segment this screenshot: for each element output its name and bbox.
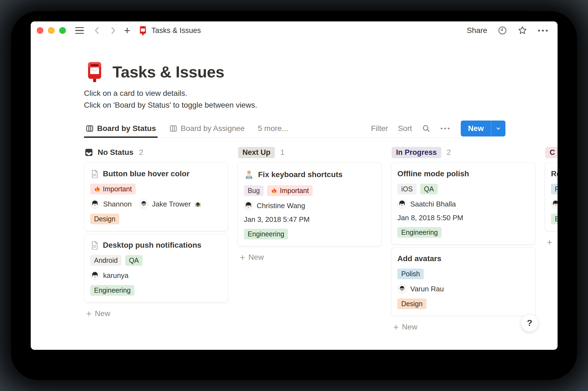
tag-pill[interactable]: Important xyxy=(90,184,136,194)
plus-icon: + xyxy=(240,253,245,262)
view-tabs: Board by Status Board by Assignee 5 more… xyxy=(84,119,300,138)
sort-button[interactable]: Sort xyxy=(398,124,412,133)
tag-pill[interactable]: Design xyxy=(397,298,426,309)
tag-label: Engineering xyxy=(248,230,284,238)
new-card-button[interactable]: +New xyxy=(391,321,535,333)
people-row: Varun Rau xyxy=(397,284,529,294)
fire-icon xyxy=(271,188,277,194)
sidebar-toggle-icon[interactable] xyxy=(75,27,84,34)
tag-pill[interactable]: iOS xyxy=(397,184,417,194)
traffic-lights xyxy=(37,27,66,34)
avatar-m-icon xyxy=(397,284,407,294)
people-row: karunya xyxy=(90,271,222,280)
person[interactable]: karunya xyxy=(90,271,129,280)
search-icon[interactable] xyxy=(422,124,431,133)
person[interactable]: Jake Trower xyxy=(139,199,201,209)
column-header[interactable]: No Status2 xyxy=(84,146,228,159)
person-name: Christine Wang xyxy=(257,202,305,210)
people-row: ShannonJake Trower xyxy=(90,199,222,209)
person-name: Shannon xyxy=(103,200,132,208)
fire-icon xyxy=(94,186,100,192)
tab-board-by-status[interactable]: Board by Status xyxy=(84,119,158,138)
nav-back-button[interactable] xyxy=(93,26,100,35)
person[interactable]: Christine Wang xyxy=(244,201,305,210)
breadcrumb[interactable]: Tasks & Issues xyxy=(138,26,201,35)
card[interactable]: Fix keyboard shortcutsBugImportantChrist… xyxy=(238,163,382,246)
page-header: Tasks & Issues xyxy=(84,61,558,82)
view-toolbar: Filter Sort ••• New xyxy=(371,121,505,136)
card[interactable]: Button blue hover colorImportantShannonJ… xyxy=(84,163,228,231)
plus-icon: + xyxy=(393,322,399,332)
column-header[interactable]: Next Up1 xyxy=(238,146,382,159)
column-count: 1 xyxy=(280,148,285,157)
person[interactable]: Shannon xyxy=(90,199,132,209)
zoom-window-button[interactable] xyxy=(59,27,66,34)
star-icon[interactable] xyxy=(518,26,527,35)
tag-pill[interactable]: Design xyxy=(90,214,119,224)
tag-pill[interactable]: QA xyxy=(420,184,438,194)
new-button-label[interactable]: New xyxy=(461,121,491,136)
avatar-f-icon xyxy=(90,199,100,209)
card[interactable]: Offline mode polishiOSQASaatchi BhallaJa… xyxy=(391,163,535,245)
card-title: Offline mode polish xyxy=(397,169,469,178)
person[interactable]: Varun Rau xyxy=(397,284,444,294)
tab-more-views[interactable]: 5 more... xyxy=(256,119,290,138)
person[interactable]: Saatchi Bhalla xyxy=(397,199,456,209)
window-title: Tasks & Issues xyxy=(151,26,201,35)
mailbox-icon xyxy=(84,61,105,82)
tag-pill[interactable]: Important xyxy=(267,185,313,196)
tag-row: Design xyxy=(397,298,529,309)
tag-pill[interactable]: QA xyxy=(125,255,143,266)
close-window-button[interactable] xyxy=(37,27,43,34)
new-card-button[interactable]: +New xyxy=(238,251,382,263)
minimize-window-button[interactable] xyxy=(48,27,55,34)
new-tab-button[interactable]: + xyxy=(124,25,130,36)
tag-label: Design xyxy=(401,300,423,308)
board-column: In Progress2Offline mode polishiOSQASaat… xyxy=(391,146,535,333)
tag-pill[interactable]: P xyxy=(551,184,558,194)
new-record-button[interactable]: New xyxy=(461,121,505,136)
new-card-button[interactable]: +New xyxy=(84,308,228,320)
tag-pill[interactable]: Engineering xyxy=(90,285,134,296)
column-header[interactable]: C xyxy=(545,146,558,159)
page-icon xyxy=(90,241,99,250)
plus-icon: + xyxy=(547,238,552,247)
view-options-icon[interactable]: ••• xyxy=(440,125,451,132)
more-options-icon[interactable]: ••• xyxy=(538,27,549,34)
filter-button[interactable]: Filter xyxy=(371,124,388,133)
tab-label: 5 more... xyxy=(258,124,288,133)
tag-row: Design xyxy=(90,214,222,224)
tag-label: Bug xyxy=(248,187,260,195)
people-row xyxy=(551,199,558,209)
tag-pill[interactable]: Android xyxy=(90,255,121,266)
tag-row: BugImportant xyxy=(244,185,375,196)
tag-label: P xyxy=(555,185,558,193)
tag-pill[interactable]: Engineering xyxy=(244,229,288,239)
tag-pill[interactable]: E xyxy=(551,214,558,224)
mailbox-icon xyxy=(138,26,148,35)
people-row: Christine Wang xyxy=(244,201,375,210)
card[interactable]: Add avatarsPolishVarun RauDesign xyxy=(391,247,535,316)
card-list: Button blue hover colorImportantShannonJ… xyxy=(84,163,228,303)
clock-icon[interactable] xyxy=(498,26,507,35)
tag-label: Important xyxy=(103,185,132,193)
help-button[interactable]: ? xyxy=(521,314,538,332)
tag-pill[interactable]: Bug xyxy=(244,185,264,196)
tag-pill[interactable]: Engineering xyxy=(397,227,442,238)
tag-label: iOS xyxy=(401,185,413,193)
tag-pill[interactable]: Polish xyxy=(397,269,424,279)
card[interactable]: RePE xyxy=(545,163,558,231)
board-column: Next Up1Fix keyboard shortcutsBugImporta… xyxy=(238,146,382,263)
nav-forward-button[interactable] xyxy=(110,26,117,35)
card[interactable]: Desktop push notificationsAndroidQAkarun… xyxy=(84,234,228,303)
person[interactable] xyxy=(551,199,558,209)
column-header[interactable]: In Progress2 xyxy=(391,146,535,159)
card-date: Jan 8, 2018 5:50 PM xyxy=(397,214,529,222)
new-button-dropdown[interactable] xyxy=(491,121,505,136)
share-button[interactable]: Share xyxy=(467,26,487,35)
new-card-button[interactable]: + xyxy=(545,236,558,248)
avatar-f-icon xyxy=(551,199,558,209)
tag-label: Design xyxy=(94,215,115,223)
tab-board-by-assignee[interactable]: Board by Assignee xyxy=(168,119,247,138)
tag-label: Important xyxy=(280,187,309,195)
